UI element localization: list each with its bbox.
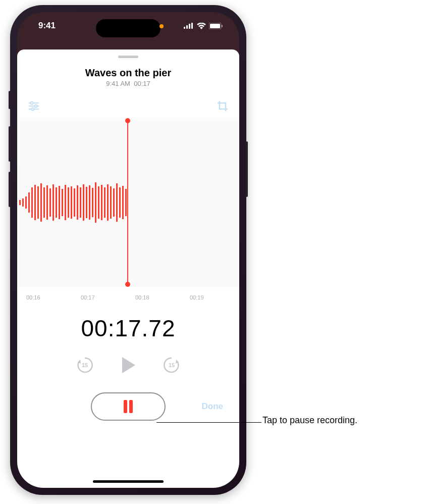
svg-rect-50 <box>129 400 133 413</box>
svg-rect-14 <box>22 198 24 207</box>
svg-rect-31 <box>74 188 75 217</box>
trim-button[interactable] <box>215 98 230 114</box>
recording-title[interactable]: Waves on the pier <box>17 67 239 79</box>
svg-rect-28 <box>65 185 66 220</box>
status-bar: 9:41 <box>17 12 239 39</box>
timeline-tick: 00:16 <box>26 294 67 300</box>
svg-rect-46 <box>119 187 121 218</box>
svg-rect-26 <box>59 186 60 219</box>
svg-rect-47 <box>122 186 124 219</box>
svg-rect-24 <box>52 184 54 221</box>
svg-rect-0 <box>184 27 185 29</box>
phone-frame: 9:41 Waves on the pier 9:41 AM 00:17 <box>10 5 246 495</box>
silent-switch[interactable] <box>9 91 11 109</box>
svg-rect-29 <box>68 187 69 218</box>
svg-point-8 <box>31 102 33 105</box>
waveform-area[interactable] <box>17 118 239 287</box>
power-button[interactable] <box>246 141 248 197</box>
svg-rect-19 <box>37 186 39 219</box>
mic-active-dot-icon <box>160 24 164 28</box>
svg-rect-37 <box>92 188 93 217</box>
tool-row <box>17 98 239 114</box>
svg-rect-40 <box>101 185 102 220</box>
svg-rect-2 <box>189 24 190 29</box>
waveform-icon <box>17 172 127 233</box>
annotation-pause: Tap to pause recording. <box>262 415 357 426</box>
svg-rect-3 <box>191 23 193 29</box>
svg-rect-17 <box>31 187 33 218</box>
skip-back-button[interactable]: 15 <box>75 355 95 375</box>
done-button[interactable]: Done <box>202 401 224 412</box>
timeline: 00:16 00:17 00:18 00:19 <box>17 289 239 300</box>
wifi-icon <box>197 23 206 29</box>
svg-point-12 <box>32 108 34 111</box>
svg-rect-49 <box>124 400 127 413</box>
skip-back-label: 15 <box>82 362 88 368</box>
annotation-line <box>156 422 261 423</box>
svg-rect-32 <box>77 185 78 220</box>
recording-subtitle: 9:41 AM 00:17 <box>17 80 239 87</box>
timeline-tick: 00:17 <box>81 294 121 300</box>
skip-forward-label: 15 <box>169 362 175 368</box>
svg-rect-48 <box>125 189 127 216</box>
battery-icon <box>209 23 223 29</box>
svg-point-10 <box>35 105 37 108</box>
crop-icon <box>217 100 229 112</box>
svg-rect-35 <box>86 187 87 218</box>
recording-time: 9:41 AM <box>106 80 130 87</box>
svg-rect-13 <box>19 200 21 205</box>
svg-rect-34 <box>83 184 84 221</box>
timeline-tick: 00:18 <box>135 294 176 300</box>
bottom-row: Done <box>17 392 239 421</box>
dynamic-island <box>96 19 161 37</box>
svg-rect-6 <box>222 25 223 27</box>
svg-rect-36 <box>89 185 90 220</box>
svg-rect-41 <box>104 187 105 218</box>
volume-down-button[interactable] <box>9 172 11 207</box>
play-button[interactable] <box>117 354 139 376</box>
svg-rect-27 <box>62 189 63 216</box>
svg-rect-18 <box>34 185 36 220</box>
svg-rect-23 <box>49 188 51 217</box>
status-icons <box>184 23 223 29</box>
svg-rect-15 <box>25 196 27 209</box>
svg-rect-43 <box>110 186 112 219</box>
sheet-grabber[interactable] <box>118 56 138 58</box>
svg-rect-25 <box>56 187 57 218</box>
svg-rect-20 <box>40 183 42 222</box>
status-time: 9:41 <box>38 21 56 31</box>
play-icon <box>120 356 136 374</box>
svg-rect-44 <box>113 188 115 217</box>
home-indicator[interactable] <box>93 480 164 483</box>
sliders-icon <box>28 101 40 111</box>
pause-button[interactable] <box>91 392 166 421</box>
svg-rect-22 <box>46 185 48 220</box>
svg-rect-45 <box>116 183 118 222</box>
svg-rect-1 <box>186 25 188 29</box>
phone-screen: 9:41 Waves on the pier 9:41 AM 00:17 <box>17 12 239 488</box>
playback-controls: 15 15 <box>17 354 239 376</box>
title-section: Waves on the pier 9:41 AM 00:17 <box>17 67 239 87</box>
svg-rect-5 <box>210 24 220 28</box>
svg-rect-38 <box>95 182 96 223</box>
elapsed-timer: 00:17.72 <box>17 315 239 342</box>
volume-up-button[interactable] <box>9 126 11 162</box>
svg-rect-21 <box>43 187 45 218</box>
recording-duration: 00:17 <box>134 80 150 87</box>
timeline-tick: 00:19 <box>190 294 230 300</box>
skip-forward-button[interactable]: 15 <box>162 355 182 375</box>
signal-icon <box>184 23 194 29</box>
options-button[interactable] <box>26 98 41 114</box>
svg-rect-42 <box>107 184 109 221</box>
svg-rect-30 <box>71 186 72 219</box>
svg-rect-39 <box>98 186 99 219</box>
svg-rect-33 <box>80 187 81 218</box>
playhead[interactable] <box>127 121 128 284</box>
svg-rect-16 <box>28 192 30 213</box>
pause-icon <box>123 400 134 413</box>
